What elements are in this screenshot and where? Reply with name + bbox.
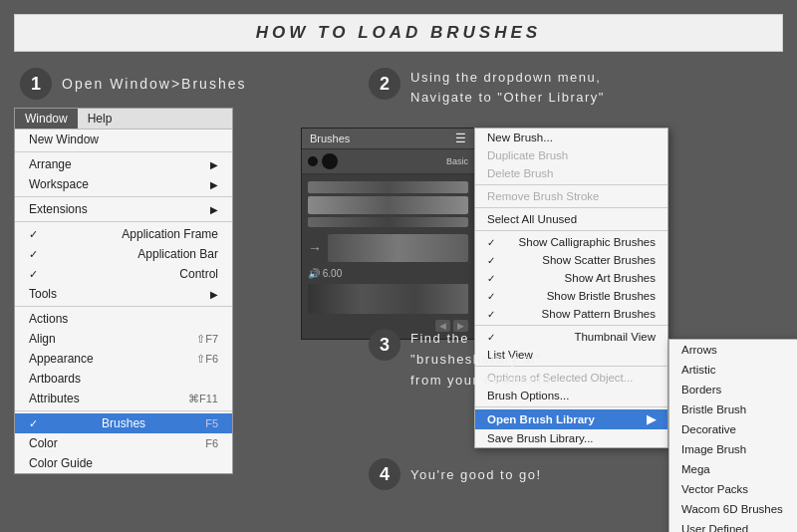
brushes-title: Brushes ☰	[302, 129, 474, 149]
menu-panel: Window Help New Window Arrange▶ Workspac…	[14, 108, 233, 474]
step4-text: You're good to go!	[410, 467, 542, 482]
step3-line1: Find the	[410, 329, 556, 350]
menu-brushes[interactable]: BrushesF5	[15, 413, 232, 433]
brush-stroke-3	[308, 217, 468, 227]
brush-stroke-1	[308, 181, 468, 193]
sep4	[15, 306, 232, 307]
sep1	[15, 151, 232, 152]
step3-circle: 3	[369, 329, 400, 361]
menu-help[interactable]: Help	[78, 109, 123, 129]
sm-borders[interactable]: Borders▶	[669, 380, 797, 399]
dd-delete: Delete Brush	[475, 164, 667, 182]
sep3	[15, 221, 232, 222]
sm-bristle[interactable]: Bristle Brush▶	[669, 399, 797, 419]
brushes-panel: Brushes ☰ Basic → 🔊 6.00 ◀ ▶	[301, 128, 475, 340]
step3-area: 3 Find the "brusheslibrary.ai" from your…	[369, 329, 556, 391]
dd-duplicate: Duplicate Brush	[475, 146, 667, 164]
brush-arrow-icon: →	[308, 240, 322, 256]
step1-text: Open Window>Brushes	[62, 76, 246, 92]
sm-artistic[interactable]: Artistic▶	[669, 360, 797, 380]
menu-workspace[interactable]: Workspace▶	[15, 174, 232, 194]
dd-show-scatter[interactable]: Show Scatter Brushes	[475, 251, 667, 269]
menu-app-frame[interactable]: Application Frame	[15, 224, 232, 244]
dd-select-unused[interactable]: Select All Unused	[475, 210, 667, 228]
menu-actions[interactable]: Actions	[15, 309, 232, 329]
dd-show-art[interactable]: Show Art Brushes	[475, 269, 667, 287]
brush-stroke-5	[308, 284, 468, 314]
menu-new-window[interactable]: New Window	[15, 130, 232, 149]
brush-size: 🔊 6.00	[308, 266, 468, 281]
step1-label: 1 Open Window>Brushes	[20, 68, 246, 100]
sm-vector[interactable]: Vector Packs▶	[669, 479, 797, 499]
dd-sep3	[475, 230, 667, 231]
menu-appearance[interactable]: Appearance⇧F6	[15, 349, 232, 369]
sm-wacom[interactable]: Wacom 6D Brushes▶	[669, 499, 797, 519]
sm-arrows[interactable]: Arrows▶	[669, 340, 797, 360]
step2-line1: Using the dropdown menu,	[410, 68, 605, 88]
menu-color[interactable]: ColorF6	[15, 433, 232, 453]
sm-mega[interactable]: Mega▶	[669, 459, 797, 479]
dd-show-calli[interactable]: Show Calligraphic Brushes	[475, 233, 667, 251]
brush-previews: → 🔊 6.00 ◀ ▶	[302, 174, 474, 339]
step4-area: 4 You're good to go!	[369, 458, 542, 490]
menu-color-guide[interactable]: Color Guide	[15, 453, 232, 473]
sm-user[interactable]: User Defined▶	[669, 519, 797, 532]
dd-remove-stroke: Remove Brush Stroke	[475, 187, 667, 205]
menu-artboards[interactable]: Artboards	[15, 369, 232, 389]
sm-image[interactable]: Image Brush▶	[669, 439, 797, 459]
dd-show-bristle[interactable]: Show Bristle Brushes	[475, 287, 667, 305]
brush-dot-sm	[308, 156, 318, 166]
brush-dot-lg	[322, 153, 338, 169]
brush-stroke-2	[308, 196, 468, 214]
sm-decorative[interactable]: Decorative▶	[669, 419, 797, 439]
menu-window[interactable]: Window	[15, 109, 78, 129]
dd-sep6	[475, 406, 667, 407]
step2-circle: 2	[369, 68, 400, 100]
step2-line2: Navigate to "Other Library"	[410, 88, 605, 108]
dd-open-library[interactable]: Open Brush Library▶	[475, 409, 667, 429]
menu-arrange[interactable]: Arrange▶	[15, 154, 232, 174]
menu-attributes[interactable]: Attributes⌘F11	[15, 389, 232, 408]
step1-circle: 1	[20, 68, 52, 100]
dd-sep2	[475, 207, 667, 208]
dd-new-brush[interactable]: New Brush...	[475, 129, 667, 146]
basic-tag: Basic	[446, 156, 468, 166]
menu-app-bar[interactable]: Application Bar	[15, 244, 232, 264]
submenu-panel: Arrows▶ Artistic▶ Borders▶ Bristle Brush…	[668, 339, 797, 532]
brushes-menu-icon[interactable]: ☰	[455, 132, 466, 145]
dd-save-library[interactable]: Save Brush Library...	[475, 429, 667, 447]
step3-line3: from your download.	[410, 371, 556, 392]
dd-show-pattern[interactable]: Show Pattern Brushes	[475, 305, 667, 323]
sep5	[15, 410, 232, 411]
sep2	[15, 196, 232, 197]
page-title: HOW TO LOAD BRUSHES	[256, 23, 541, 42]
menu-header: Window Help	[15, 109, 232, 130]
menu-align[interactable]: Align⇧F7	[15, 329, 232, 349]
menu-extensions[interactable]: Extensions▶	[15, 199, 232, 219]
dd-sep1	[475, 184, 667, 185]
brushes-toolbar: Basic	[302, 149, 474, 174]
title-box: HOW TO LOAD BRUSHES	[14, 14, 783, 52]
dropdown-panel: New Brush... Duplicate Brush Delete Brus…	[474, 128, 668, 448]
dd-sep4	[475, 325, 667, 326]
step2-label: 2 Using the dropdown menu, Navigate to "…	[369, 68, 605, 107]
step3-line2: "brusheslibrary.ai"	[410, 350, 556, 371]
brush-stroke-4	[328, 234, 468, 262]
step4-circle: 4	[369, 458, 400, 490]
menu-tools[interactable]: Tools▶	[15, 284, 232, 304]
menu-control[interactable]: Control	[15, 264, 232, 284]
